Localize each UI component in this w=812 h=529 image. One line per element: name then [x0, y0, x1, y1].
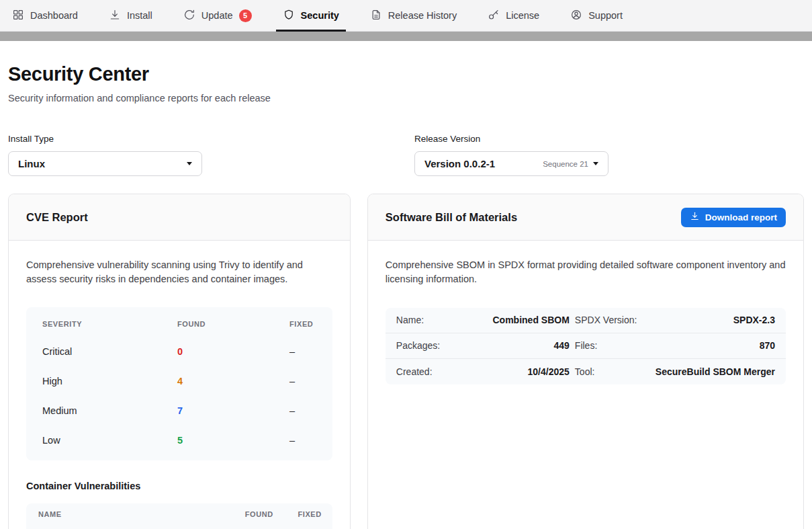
cve-report-header: CVE Report [9, 194, 350, 241]
nav-item-release-history[interactable]: Release History [370, 0, 457, 32]
nav-item-label: Update [201, 10, 233, 21]
sbom-card: Software Bill of Materials Download repo… [367, 194, 804, 529]
dashboard-icon [12, 9, 24, 23]
field-label: Packages: [396, 340, 451, 351]
license-key-icon [488, 9, 500, 23]
severity-table: SEVERITY FOUND FIXED Critical 0 – High 4… [26, 307, 332, 460]
severity-name: Critical [42, 346, 177, 357]
table-row: Critical 0 – [26, 337, 332, 366]
divider-band [0, 32, 812, 41]
release-history-icon [370, 9, 382, 23]
field-value: SPDX-2.3 [656, 315, 775, 325]
fixed-count: – [289, 435, 316, 446]
nav-item-label: License [506, 10, 539, 21]
install-type-label: Install Type [8, 134, 398, 144]
install-type-select[interactable]: Linux [8, 151, 202, 176]
install-icon [109, 9, 121, 23]
sbom-title: Software Bill of Materials [386, 211, 517, 224]
release-version-label: Release Version [414, 134, 804, 144]
container-vulnerabilities-table: NAME FOUND FIXED [26, 503, 332, 529]
nav-item-install[interactable]: Install [109, 0, 152, 32]
update-icon [183, 9, 195, 23]
install-type-value: Linux [18, 158, 187, 169]
field-value: Combined SBOM [457, 315, 570, 325]
field-value: 10/4/2025 [457, 366, 570, 377]
fixed-count: – [289, 346, 316, 357]
nav-item-label: Dashboard [30, 10, 78, 21]
filters-row: Install Type Linux Release Version Versi… [8, 134, 804, 176]
severity-name: Medium [42, 405, 177, 416]
field-value: SecureBuild SBOM Merger [656, 366, 775, 377]
release-version-select[interactable]: Version 0.0.2-1 Sequence 21 [414, 151, 608, 176]
release-sequence-text: Sequence 21 [543, 160, 588, 168]
page-title: Security Center [8, 63, 804, 85]
page-subtitle: Security information and compliance repo… [8, 93, 804, 104]
nav-item-support[interactable]: Support [570, 0, 623, 32]
container-table-header: NAME FOUND FIXED [26, 503, 332, 525]
col-fixed: FIXED [273, 510, 322, 518]
found-count: 5 [177, 435, 289, 446]
install-type-filter: Install Type Linux [8, 134, 398, 176]
table-row: Packages: 449 Files: 870 [386, 333, 786, 359]
field-label: Files: [575, 340, 650, 351]
chevron-down-icon [593, 162, 598, 165]
col-found: FOUND [177, 320, 289, 328]
field-label: Created: [396, 366, 451, 377]
table-row: Created: 10/4/2025 Tool: SecureBuild SBO… [386, 359, 786, 384]
support-icon [570, 9, 582, 23]
fixed-count: – [289, 376, 316, 386]
found-count: 0 [177, 346, 289, 357]
sbom-info-grid: Name: Combined SBOM SPDX Version: SPDX-2… [386, 308, 786, 384]
cve-report-title: CVE Report [26, 211, 88, 224]
release-version-filter: Release Version Version 0.0.2-1 Sequence… [414, 134, 804, 176]
cve-report-card: CVE Report Comprehensive vulnerability s… [8, 194, 351, 529]
severity-name: Low [42, 435, 177, 446]
top-nav: Dashboard Install Update 5 Security Rele… [0, 0, 812, 32]
nav-item-label: Security [301, 10, 339, 21]
cve-report-body: Comprehensive vulnerability scanning usi… [9, 241, 350, 529]
cards-row: CVE Report Comprehensive vulnerability s… [8, 194, 804, 529]
table-row: Name: Combined SBOM SPDX Version: SPDX-2… [386, 308, 786, 333]
col-found: FOUND [218, 510, 273, 518]
cve-report-description: Comprehensive vulnerability scanning usi… [26, 258, 332, 287]
col-name: NAME [38, 510, 218, 518]
download-icon [690, 211, 700, 223]
main-content: Security Center Security information and… [0, 63, 812, 529]
field-label: SPDX Version: [575, 315, 650, 325]
severity-table-header: SEVERITY FOUND FIXED [26, 311, 332, 337]
nav-item-dashboard[interactable]: Dashboard [12, 0, 78, 32]
field-value: 449 [457, 340, 570, 351]
download-report-button[interactable]: Download report [681, 208, 786, 227]
found-count: 4 [177, 376, 289, 386]
field-label: Tool: [575, 366, 650, 377]
field-value: 870 [656, 340, 775, 351]
table-row: Low 5 – [26, 425, 332, 455]
table-row: High 4 – [26, 366, 332, 396]
found-count: 7 [177, 405, 289, 416]
field-label: Name: [396, 315, 451, 325]
container-vulnerabilities-title: Container Vulnerabilities [26, 481, 332, 491]
chevron-down-icon [187, 162, 192, 165]
nav-item-label: Support [588, 10, 623, 21]
nav-item-label: Release History [388, 10, 457, 21]
severity-name: High [42, 376, 177, 386]
fixed-count: – [289, 405, 316, 416]
release-version-value: Version 0.0.2-1 [424, 158, 543, 169]
sbom-header: Software Bill of Materials Download repo… [368, 194, 803, 241]
nav-item-license[interactable]: License [488, 0, 539, 32]
sbom-body: Comprehensive SBOM in SPDX format provid… [368, 241, 803, 402]
update-badge: 5 [239, 9, 252, 22]
nav-item-security[interactable]: Security [283, 0, 339, 32]
nav-item-label: Install [127, 10, 152, 21]
col-fixed: FIXED [289, 320, 316, 328]
nav-item-update[interactable]: Update 5 [183, 0, 252, 32]
col-severity: SEVERITY [42, 320, 177, 328]
security-shield-icon [283, 9, 295, 23]
download-report-label: Download report [705, 212, 777, 222]
sbom-description: Comprehensive SBOM in SPDX format provid… [386, 258, 786, 287]
table-row: Medium 7 – [26, 396, 332, 425]
